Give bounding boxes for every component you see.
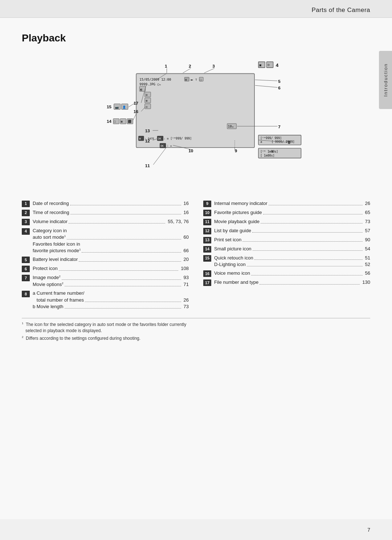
item-text-10: Favorite pictures guide 65 [214, 209, 370, 216]
list-item: 2 Time of recording 16 [22, 209, 189, 216]
header-bar: Parts of the Camera [0, 0, 392, 18]
list-item: 6 Protect icon 108 [22, 265, 189, 272]
item-text-1: Date of recording 16 [33, 200, 189, 207]
svg-line-45 [183, 68, 191, 73]
page-number: 7 [367, 527, 370, 533]
svg-rect-17 [227, 124, 236, 129]
item-number-1: 1 [22, 201, 30, 207]
list-item: 15 Quick retouch icon 51 D-Lighting icon… [203, 255, 370, 268]
header-title: Parts of the Camera [311, 7, 370, 13]
list-item: 9 Internal memory indicator 26 [203, 200, 370, 207]
svg-text:⊞: ⊞ [146, 99, 148, 102]
svg-line-55 [258, 140, 287, 142]
svg-text:17: 17 [134, 101, 139, 105]
svg-rect-22 [157, 136, 163, 141]
svg-line-85 [128, 102, 136, 107]
item-text-8: a Current frame number/ total number of … [33, 290, 189, 310]
items-left-col: 1 Date of recording 16 2 Time of recordi… [22, 200, 189, 312]
items-section: 1 Date of recording 16 2 Time of recordi… [22, 200, 370, 312]
svg-text:▣: ▣ [260, 63, 262, 67]
item-text-9: Internal memory indicator 26 [214, 200, 370, 207]
svg-line-82 [141, 85, 146, 103]
item-text-3: Volume indicator 55, 73, 76 [33, 218, 189, 225]
svg-rect-15 [145, 104, 151, 109]
item-number-17: 17 [203, 279, 211, 286]
footnotes-section: 1 The icon for the selected category in … [22, 318, 370, 341]
svg-text:⊟: ⊟ [146, 105, 148, 109]
item-number-15: 15 [203, 255, 211, 262]
svg-rect-75 [120, 118, 126, 124]
list-item: 11 Movie playback guide 73 [203, 218, 370, 225]
page-title: Playback [22, 32, 370, 44]
svg-text:12: 12 [145, 138, 150, 143]
list-item: 7 Image mode2 93 Movie options2 71 [22, 274, 189, 288]
list-item: 1 Date of recording 16 [22, 200, 189, 207]
items-right-col: 9 Internal memory indicator 26 10 Favori… [203, 200, 370, 312]
item-number-6: 6 [22, 266, 30, 272]
footnote-2: 2 Differs according to the settings conf… [22, 335, 370, 342]
svg-text:: DATE: : DATE [145, 137, 154, 140]
diagram-container: 15/05/2009 12:00 W ◄► T □ 9999.JPG ○ₙ ◧ … [22, 51, 370, 189]
svg-text:: ▸: : ▸ [167, 144, 172, 148]
svg-text:OK: OK [160, 144, 164, 148]
svg-text:9: 9 [235, 148, 237, 153]
svg-text:W: W [139, 137, 141, 140]
svg-line-60 [173, 145, 193, 150]
svg-text:OK: OK [158, 137, 161, 140]
list-item: 13 Print set icon 90 [203, 237, 370, 243]
main-content: Playback 15/05/2009 12:00 W ◄► T □ 9999.… [0, 18, 392, 519]
item-number-12: 12 [203, 228, 211, 234]
list-item: 3 Volume indicator 55, 73, 76 [22, 218, 189, 225]
svg-rect-9 [139, 86, 145, 92]
item-text-17: File number and type 130 [214, 279, 370, 286]
list-item: 12 List by date guide 57 [203, 227, 370, 234]
svg-text:[  1m00s]: [ 1m00s] [260, 154, 274, 157]
svg-text:◧: ◧ [140, 88, 142, 91]
list-item: 16 Voice memo icon 56 [203, 270, 370, 277]
svg-text:▣: ▣ [121, 120, 123, 123]
item-text-4: Category icon in auto sort mode1 60 Favo… [33, 227, 189, 254]
list-item: 10 Favorite pictures guide 65 [203, 209, 370, 216]
list-item: 8 a Current frame number/ total number o… [22, 290, 189, 310]
svg-text:7: 7 [278, 124, 281, 129]
list-item: 5 Battery level indicator 20 [22, 256, 189, 263]
svg-rect-33 [258, 148, 301, 158]
item-number-4: 4 [22, 228, 30, 235]
svg-text:11: 11 [145, 163, 150, 168]
svg-text:5: 5 [278, 79, 281, 84]
svg-text:3: 3 [212, 64, 215, 68]
svg-rect-37 [258, 62, 265, 68]
item-number-7: 7 [22, 275, 30, 281]
side-tab: Introduction [379, 51, 392, 109]
svg-text:4: 4 [276, 63, 279, 68]
svg-text:15/05/2009  12:00: 15/05/2009 12:00 [139, 78, 171, 81]
item-number-8: 8 [22, 291, 30, 297]
item-number-3: 3 [22, 219, 30, 225]
svg-text:2: 2 [189, 64, 191, 68]
svg-text:T: T [195, 78, 197, 81]
svg-text:: ⊟: : ⊟ [164, 137, 169, 140]
svg-text:☺: ☺ [268, 63, 270, 67]
svg-rect-2 [184, 77, 189, 81]
svg-text:□: □ [114, 120, 116, 123]
svg-text:b: b [271, 150, 273, 153]
svg-text:a: a [260, 140, 262, 144]
svg-rect-26 [160, 143, 166, 148]
item-number-9: 9 [203, 201, 211, 207]
svg-rect-77 [127, 118, 133, 124]
svg-rect-29 [258, 135, 301, 145]
svg-text:[ᴵᴺ999/  999]: [ᴵᴺ999/ 999] [260, 136, 282, 140]
svg-rect-6 [199, 77, 203, 81]
svg-line-64 [153, 138, 158, 140]
item-text-11: Movie playback guide 73 [214, 218, 370, 225]
list-item: 14 Small picture icon 54 [203, 246, 370, 253]
item-number-14: 14 [203, 246, 211, 253]
svg-rect-11 [145, 92, 151, 97]
item-number-16: 16 [203, 270, 211, 277]
svg-text:1: 1 [165, 64, 167, 68]
item-text-7: Image mode2 93 Movie options2 71 [33, 274, 189, 288]
svg-text:⊟: ⊟ [146, 93, 148, 97]
list-item: 4 Category icon in auto sort mode1 60 Fa… [22, 227, 189, 254]
svg-rect-13 [145, 98, 151, 103]
list-item: 17 File number and type 130 [203, 279, 370, 286]
